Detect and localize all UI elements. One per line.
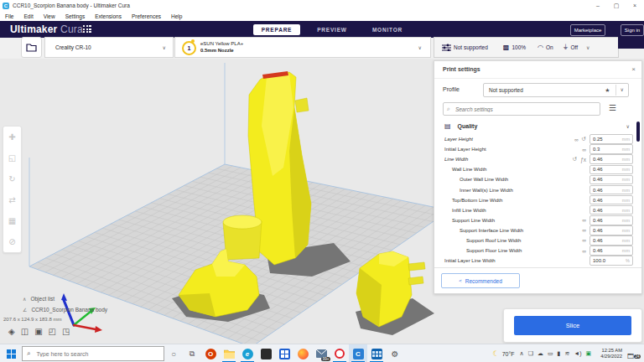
weather-moon-icon[interactable]: ☾ xyxy=(493,349,500,358)
setting-value-input[interactable] xyxy=(590,136,620,142)
tab-monitor[interactable]: MONITOR xyxy=(364,24,411,35)
pin-icon[interactable]: ❏ xyxy=(528,349,533,358)
recommended-button[interactable]: < Recommended xyxy=(441,273,520,288)
start-button[interactable] xyxy=(0,349,22,359)
settings-menu-icon[interactable]: ☰ xyxy=(609,103,616,112)
open-file-button[interactable] xyxy=(21,37,42,58)
rotate-tool-icon[interactable]: ↻ xyxy=(8,175,15,184)
setting-row-layer-height[interactable]: Layer Height ∞ ↺ mm xyxy=(434,134,641,144)
volume-icon[interactable]: ◄) xyxy=(574,349,581,358)
minimize-button[interactable]: – xyxy=(589,0,607,11)
blue-grid-app-icon[interactable] xyxy=(275,344,293,362)
mail-icon[interactable]: 99+ xyxy=(312,344,330,362)
menu-extensions[interactable]: Extensions xyxy=(90,13,127,19)
taskbar-clock[interactable]: 12:25 AM 4/29/2022 xyxy=(600,348,622,359)
support-blocker-icon[interactable]: ⊘ xyxy=(8,238,15,246)
setting-row-line-width[interactable]: Line Width ↺ ƒx mm xyxy=(434,154,641,164)
view-front-icon[interactable]: ◫ xyxy=(21,327,29,336)
settings-search[interactable]: ⌕ xyxy=(443,102,600,116)
temperature[interactable]: 70°F xyxy=(502,351,515,357)
taskbar-search[interactable]: ⌕ xyxy=(22,346,164,361)
maximize-button[interactable]: ▢ xyxy=(607,0,626,11)
setting-row-outer-wall-line-width[interactable]: Outer Wall Line Width mm xyxy=(434,174,641,184)
network-icon[interactable]: ≋ xyxy=(564,349,569,358)
setting-row-support-interface-line-width[interactable]: Support Interface Line Width ∞ mm xyxy=(434,225,641,235)
setting-value-input[interactable] xyxy=(590,237,620,244)
category-quality[interactable]: ▤ Quality ∨ xyxy=(434,120,641,132)
setting-value-input[interactable] xyxy=(590,247,620,254)
object-list-item[interactable]: ∠ CCR10_Scorpion Banana body xyxy=(23,304,107,315)
teams-icon[interactable]: ▣ xyxy=(586,349,592,358)
panel-divider xyxy=(434,267,641,268)
close-button[interactable]: × xyxy=(626,0,644,11)
onedrive-cloud-icon[interactable]: ☁ xyxy=(538,349,543,358)
setting-value-input[interactable] xyxy=(590,227,620,234)
setting-row-support-floor-line-width[interactable]: Support Floor Line Width ∞ mm xyxy=(434,246,641,256)
setting-row-inner-wall-line-width[interactable]: Inner Wall(s) Line Width mm xyxy=(434,184,641,194)
tab-prepare[interactable]: PREPARE xyxy=(253,24,300,35)
calculator-icon[interactable] xyxy=(367,344,386,362)
setting-value-input[interactable] xyxy=(590,197,620,204)
setting-row-initial-layer-line-width[interactable]: Initial Layer Line Width % xyxy=(434,256,641,266)
per-model-settings-icon[interactable]: ▦ xyxy=(8,217,16,225)
setting-value-input[interactable] xyxy=(590,146,620,153)
setting-value-input[interactable] xyxy=(590,156,620,163)
sign-in-button[interactable]: Sign in xyxy=(621,24,644,36)
material-selector[interactable]: 1 eSUN Yellow PLA+ 0.5mm Nozzle ∨ xyxy=(174,37,431,58)
apps-grid-icon[interactable] xyxy=(83,25,91,34)
star-icon[interactable]: ★ xyxy=(605,87,610,94)
view-top-icon[interactable]: ▣ xyxy=(34,327,42,336)
setting-row-support-roof-line-width[interactable]: Support Roof Line Width ∞ mm xyxy=(434,235,641,246)
setting-row-wall-line-width[interactable]: Wall Line Width mm xyxy=(434,164,641,174)
menu-help[interactable]: Help xyxy=(166,13,187,19)
printer-selector[interactable]: Creality CR-10 ∨ xyxy=(44,37,174,58)
setting-row-infill-line-width[interactable]: Infill Line Width mm xyxy=(434,205,641,215)
setting-value-input[interactable] xyxy=(590,187,620,194)
tab-preview[interactable]: PREVIEW xyxy=(309,24,356,35)
firefox-icon[interactable] xyxy=(293,344,312,362)
object-list-header[interactable]: ∧ Object list xyxy=(23,293,107,304)
dark-app-icon[interactable] xyxy=(257,344,275,362)
setting-value-input[interactable] xyxy=(590,207,620,214)
setting-row-top-bottom-line-width[interactable]: Top/Bottom Line Width mm xyxy=(434,195,641,205)
setting-value-input[interactable] xyxy=(590,166,620,173)
cura-taskbar-icon[interactable]: C xyxy=(349,344,367,362)
view-3d-icon[interactable]: ◈ xyxy=(8,327,15,336)
print-settings-summary[interactable]: Not supported ▩ 100% ◠ On ⏚ Off ∨ xyxy=(434,37,619,58)
profile-dropdown[interactable]: Not supported ★ ∨ xyxy=(483,83,629,97)
taskbar-search-input[interactable] xyxy=(34,350,164,358)
cortana-icon[interactable]: ○ xyxy=(164,344,183,362)
office-icon[interactable]: O xyxy=(201,344,220,362)
setting-value-input[interactable] xyxy=(590,257,620,264)
task-view-icon[interactable]: ⧉ xyxy=(183,344,201,362)
menu-settings[interactable]: Settings xyxy=(60,13,91,19)
settings-search-input[interactable] xyxy=(454,106,600,113)
settings-scrollbar[interactable] xyxy=(636,122,640,142)
edge-icon[interactable]: e xyxy=(238,344,257,362)
marketplace-button[interactable]: Marketplace xyxy=(570,24,605,36)
display-icon[interactable]: ▭ xyxy=(548,349,553,358)
menu-file[interactable]: File xyxy=(0,13,18,19)
setting-value-input[interactable] xyxy=(590,176,620,183)
settings-gear-icon[interactable]: ⚙ xyxy=(386,344,404,362)
scale-tool-icon[interactable]: ◱ xyxy=(8,154,16,163)
setting-row-support-line-width[interactable]: Support Line Width ∞ mm xyxy=(434,215,641,225)
notification-center-icon[interactable]: 🗔 24 xyxy=(627,347,641,360)
menu-view[interactable]: View xyxy=(39,13,60,19)
view-right-icon[interactable]: ◳ xyxy=(62,327,70,336)
file-explorer-icon[interactable] xyxy=(220,344,238,362)
view-left-icon[interactable]: ◰ xyxy=(49,327,56,336)
setting-value-input[interactable] xyxy=(590,217,620,224)
revert-icon[interactable]: ↺ xyxy=(573,156,577,163)
revert-icon[interactable]: ↺ xyxy=(582,136,586,142)
slice-button[interactable]: Slice xyxy=(514,316,631,335)
mirror-tool-icon[interactable]: ⇄ xyxy=(8,196,15,204)
opera-icon[interactable] xyxy=(330,344,349,362)
wallet-icon[interactable]: ▮ xyxy=(558,349,561,358)
move-tool-icon[interactable]: ✚ xyxy=(8,133,15,142)
menu-preferences[interactable]: Preferences xyxy=(127,13,166,19)
menu-edit[interactable]: Edit xyxy=(18,13,38,19)
tray-expand-icon[interactable]: ∧ xyxy=(520,349,524,358)
setting-row-initial-layer-height[interactable]: Initial Layer Height ∞ mm xyxy=(434,144,641,154)
close-icon[interactable]: × xyxy=(631,65,636,73)
